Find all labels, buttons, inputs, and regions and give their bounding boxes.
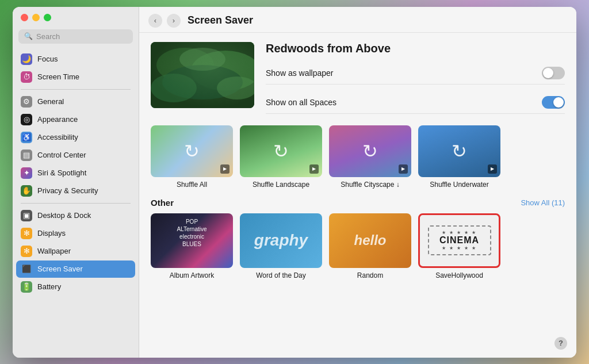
preview-row: Redwoods from Above Show as wallpaper Sh… [151,42,565,114]
back-button[interactable]: ‹ [148,14,162,28]
forward-button[interactable]: › [167,14,181,28]
main-content: ‹ › Screen Saver [139,7,576,358]
random-thumb: hello [329,213,411,268]
sidebar-divider-2 [21,203,131,204]
privacy-icon: ✋ [21,185,32,197]
general-icon: ⚙ [21,96,32,108]
sidebar-label-privacy: Privacy & Security [37,186,98,195]
album-label: Album Artwork [170,271,214,279]
maximize-button[interactable] [44,14,51,21]
random-label: Random [357,271,383,279]
screensaver-name: Redwoods from Above [266,42,565,55]
sidebar-item-privacy[interactable]: ✋ Privacy & Security [16,182,135,200]
cinema-thumb: ★ ★ ★ ★ ★ CINEMA ★ ★ ★ ★ ★ [418,213,500,268]
sidebar-item-controlcenter[interactable]: ▤ Control Center [16,147,135,164]
grid-item-shuffle-underwater[interactable]: ↻ ▶ Shuffle Underwater [418,125,500,189]
play-icon-cityscape: ▶ [399,164,408,174]
screensaver-icon: ⬛ [21,263,32,275]
forward-icon: › [173,16,175,25]
sidebar-item-screentime[interactable]: ⏱ Screen Time [16,68,135,86]
other-grid: POPALTernativeelectronicBLUES Album Artw… [151,213,565,279]
shuffle-cityscape-icon: ↻ [362,140,378,162]
controlcenter-icon: ▤ [21,150,32,161]
wallpaper-icon: ✻ [21,246,32,257]
cinema-stars-top: ★ ★ ★ ★ ★ [435,230,484,235]
sidebar-item-desktop[interactable]: ▣ Desktop & Dock [16,207,135,224]
close-button[interactable] [21,14,28,21]
sidebar-item-appearance[interactable]: ◎ Appearance [16,111,135,128]
siri-icon: ✦ [21,167,32,179]
search-icon: 🔍 [24,32,33,40]
svg-point-2 [191,51,254,91]
sidebar-label-siri: Siri & Spotlight [37,168,86,177]
sidebar-divider-1 [21,89,131,90]
show-on-all-spaces-label: Show on all Spaces [266,98,336,107]
show-on-all-spaces-row: Show on all Spaces [266,91,565,114]
shuffle-landscape-icon: ↻ [273,140,289,162]
sidebar-label-screensaver: Screen Saver [37,265,83,273]
accessibility-icon: ♿ [21,132,32,143]
other-item-album[interactable]: POPALTernativeelectronicBLUES Album Artw… [151,213,233,279]
cinema-ticket: ★ ★ ★ ★ ★ CINEMA ★ ★ ★ ★ ★ [428,225,491,255]
desktop-icon: ▣ [21,210,32,221]
sidebar-item-general[interactable]: ⚙ General [16,93,135,110]
displays-icon: ✻ [21,228,32,239]
grid-item-shuffle-cityscape[interactable]: ↻ ▶ Shuffle Cityscape ↓ [329,125,411,189]
svg-point-3 [162,65,243,99]
random-icon-text: hello [354,232,386,248]
shuffle-section: ↻ ▶ Shuffle All ↻ ▶ Shuffle Landscape [151,125,565,189]
svg-rect-0 [151,42,254,108]
other-section-header: Other Show All (11) [151,198,565,208]
sidebar-item-focus[interactable]: 🌙 Focus [16,51,135,68]
main-window: 🔍 Search 🌙 Focus ⏱ Screen Time ⚙ General… [13,7,576,358]
shuffle-grid: ↻ ▶ Shuffle All ↻ ▶ Shuffle Landscape [151,125,565,189]
shuffle-cityscape-thumb: ↻ ▶ [329,125,411,177]
sidebar-item-displays[interactable]: ✻ Displays [16,225,135,242]
shuffle-underwater-thumb: ↻ ▶ [418,125,500,177]
other-item-random[interactable]: hello Random [329,213,411,279]
other-item-savehollywood[interactable]: ★ ★ ★ ★ ★ CINEMA ★ ★ ★ ★ ★ SaveHollywood [418,213,500,279]
search-box[interactable]: 🔍 Search [18,29,133,44]
savehollywood-label: SaveHollywood [435,271,483,279]
traffic-lights [13,14,139,29]
sidebar-label-screentime: Screen Time [37,72,79,81]
back-icon: ‹ [154,16,156,25]
shuffle-landscape-label: Shuffle Landscape [253,181,309,189]
sidebar-item-accessibility[interactable]: ♿ Accessibility [16,129,135,146]
sidebar-label-appearance: Appearance [37,115,78,124]
show-on-all-spaces-toggle[interactable] [542,96,565,109]
other-item-word[interactable]: graphy Word of the Day [240,213,322,279]
show-as-wallpaper-label: Show as wallpaper [266,68,334,78]
sidebar-item-wallpaper[interactable]: ✻ Wallpaper [16,243,135,260]
play-icon-landscape: ▶ [309,164,319,174]
sidebar-label-desktop: Desktop & Dock [37,211,91,220]
word-label: Word of the Day [256,271,305,279]
svg-point-4 [151,74,197,102]
grid-item-shuffle-all[interactable]: ↻ ▶ Shuffle All [151,125,233,189]
minimize-button[interactable] [32,14,40,21]
sidebar: 🔍 Search 🌙 Focus ⏱ Screen Time ⚙ General… [13,7,139,358]
shuffle-all-label: Shuffle All [177,181,207,189]
help-button[interactable]: ? [554,337,567,350]
shuffle-cityscape-label: Shuffle Cityscape ↓ [341,181,400,189]
sidebar-label-displays: Displays [37,229,66,237]
sidebar-item-battery[interactable]: 🔋 Battery [16,278,135,296]
show-all-link[interactable]: Show All (11) [521,198,565,207]
show-as-wallpaper-toggle[interactable] [542,67,565,79]
shuffle-underwater-icon: ↻ [452,140,467,162]
album-thumb: POPALTernativeelectronicBLUES [151,213,233,268]
cinema-stars-bottom: ★ ★ ★ ★ ★ [435,246,484,251]
sidebar-label-general: General [37,97,64,106]
preview-image [151,42,254,108]
shuffle-all-icon: ↻ [184,140,200,162]
sidebar-label-battery: Battery [37,282,61,291]
screentime-icon: ⏱ [21,71,32,83]
sidebar-item-siri[interactable]: ✦ Siri & Spotlight [16,164,135,182]
main-wrapper: ‹ › Screen Saver [139,7,576,358]
shuffle-underwater-label: Shuffle Underwater [430,181,489,189]
sidebar-item-screensaver[interactable]: ⬛ Screen Saver [16,260,135,278]
sidebar-label-wallpaper: Wallpaper [37,247,71,255]
grid-item-shuffle-landscape[interactable]: ↻ ▶ Shuffle Landscape [240,125,322,189]
shuffle-all-thumb: ↻ ▶ [151,125,233,177]
show-as-wallpaper-row: Show as wallpaper [266,62,565,85]
